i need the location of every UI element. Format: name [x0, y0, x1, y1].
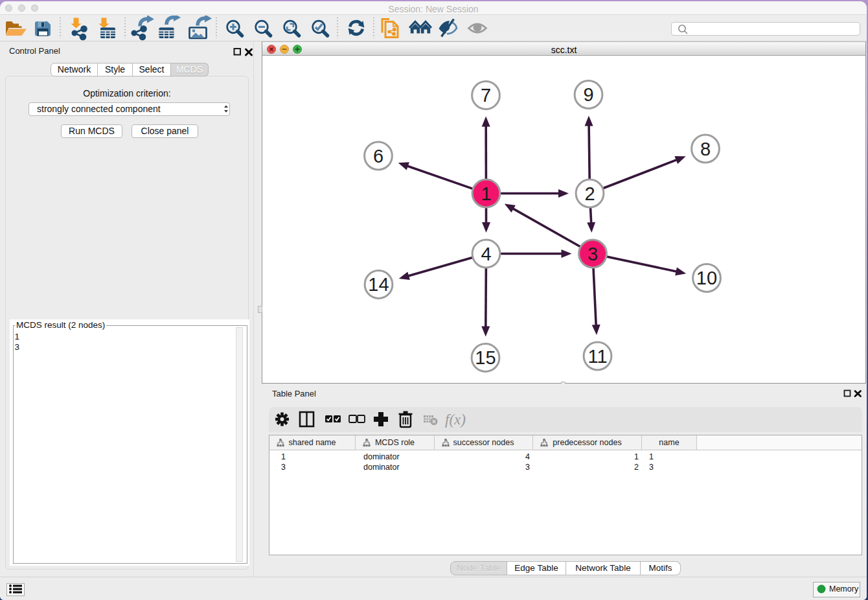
svg-text:2: 2	[584, 183, 595, 204]
svg-text:1: 1	[481, 183, 491, 204]
svg-text:11: 11	[588, 346, 607, 367]
svg-text:4: 4	[481, 244, 491, 264]
svg-text:f(x): f(x)	[445, 411, 466, 428]
svg-text:14: 14	[368, 274, 389, 295]
svg-text:3: 3	[588, 244, 598, 264]
svg-text:9: 9	[583, 84, 593, 105]
svg-text:6: 6	[373, 146, 383, 167]
svg-text:10: 10	[696, 268, 717, 288]
svg-text:7: 7	[481, 85, 491, 106]
svg-text:8: 8	[700, 139, 711, 159]
svg-text:15: 15	[475, 347, 496, 368]
